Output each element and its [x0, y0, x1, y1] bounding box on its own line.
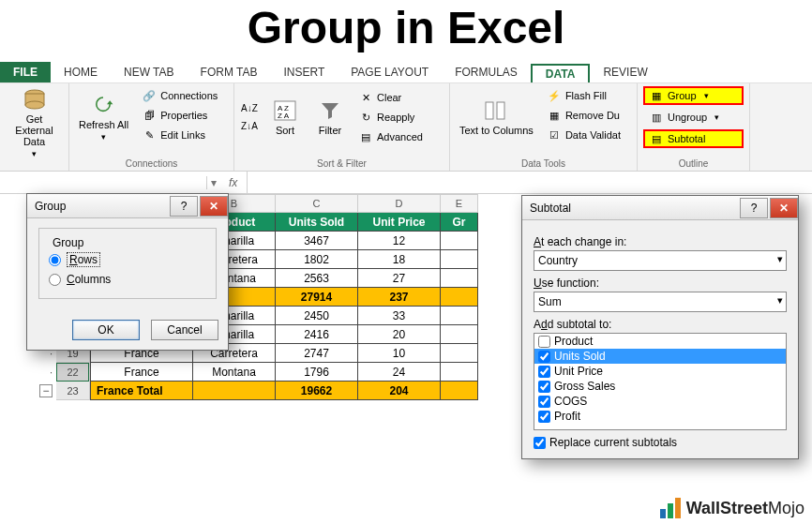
tab-data[interactable]: DATA: [531, 64, 591, 82]
checklist-item[interactable]: COGS: [534, 394, 786, 409]
cell[interactable]: 1802: [276, 250, 358, 269]
text-to-columns-icon: [481, 98, 511, 123]
cell[interactable]: 27: [358, 269, 441, 288]
group-button[interactable]: ▦Group▾: [643, 86, 744, 105]
filter-button[interactable]: Filter: [311, 98, 349, 136]
checkbox[interactable]: [538, 351, 550, 363]
cell[interactable]: [441, 344, 478, 363]
cell[interactable]: 2563: [276, 269, 358, 288]
fx-label[interactable]: fx: [219, 172, 248, 193]
tab-home[interactable]: HOME: [51, 62, 111, 82]
tab-formtab[interactable]: Form Tab: [188, 62, 271, 82]
checklist-item[interactable]: Profit: [534, 409, 786, 424]
cell[interactable]: 27914: [276, 288, 358, 307]
checkbox[interactable]: [538, 336, 550, 348]
checklist-item[interactable]: Unit Price: [534, 364, 786, 379]
cell[interactable]: [441, 232, 478, 250]
cancel-button[interactable]: Cancel: [151, 320, 218, 340]
ungroup-button[interactable]: ▥Ungroup▾: [643, 108, 744, 127]
connections-button[interactable]: 🔗Connections: [140, 87, 219, 104]
checklist-item[interactable]: Units Sold: [534, 349, 786, 364]
columns-radio[interactable]: Columns: [49, 270, 206, 289]
cell[interactable]: France: [90, 363, 193, 382]
ok-button[interactable]: OK: [72, 320, 140, 340]
add-subtotal-label: Add subtotal to:: [534, 318, 787, 331]
cell[interactable]: 12: [358, 232, 441, 250]
radio-input[interactable]: [49, 274, 61, 286]
tab-pagelayout[interactable]: PAGE LAYOUT: [338, 62, 442, 82]
checkbox[interactable]: [538, 366, 550, 378]
tab-insert[interactable]: INSERT: [270, 62, 338, 82]
cell[interactable]: 18: [358, 250, 441, 269]
cell[interactable]: [441, 307, 478, 325]
sort-button[interactable]: A ZZ A Sort: [266, 98, 304, 136]
close-button[interactable]: ✕: [770, 198, 798, 218]
cell[interactable]: 2747: [276, 344, 358, 363]
cell[interactable]: 20: [358, 325, 441, 344]
cell[interactable]: 10: [358, 344, 441, 363]
replace-checkbox[interactable]: [534, 437, 546, 449]
close-button[interactable]: ✕: [200, 196, 228, 217]
cell[interactable]: [441, 288, 478, 307]
cell[interactable]: [441, 363, 478, 382]
reapply-button[interactable]: ↻Reapply: [356, 109, 425, 126]
refresh-all-button[interactable]: Refresh All ▾: [75, 87, 132, 147]
add-subtotal-list[interactable]: ProductUnits SoldUnit PriceGross SalesCO…: [534, 333, 787, 430]
data-validation-button[interactable]: ☑Data Validat: [545, 127, 623, 143]
radio-input[interactable]: [49, 254, 61, 266]
cell[interactable]: 204: [358, 382, 441, 400]
cell[interactable]: 237: [358, 288, 441, 307]
checkbox[interactable]: [538, 381, 550, 393]
cell[interactable]: [441, 250, 478, 269]
checklist-item[interactable]: Product: [534, 334, 786, 349]
svg-text:Z A: Z A: [278, 112, 290, 120]
sort-az-button[interactable]: A↓Z: [240, 100, 259, 117]
help-button[interactable]: ?: [170, 196, 198, 217]
svg-rect-7: [497, 102, 504, 119]
cell[interactable]: Montana: [193, 363, 276, 382]
flash-fill-button[interactable]: ⚡Flash Fill: [545, 87, 623, 104]
remove-duplicates-button[interactable]: ▦Remove Du: [545, 107, 623, 124]
column-header[interactable]: C: [276, 194, 358, 213]
cell[interactable]: [441, 269, 478, 288]
edit-links-button[interactable]: ✎Edit Links: [140, 127, 219, 143]
column-header[interactable]: E: [441, 194, 478, 213]
advanced-button[interactable]: ▤Advanced: [356, 128, 425, 145]
rows-radio[interactable]: Rows: [49, 249, 206, 270]
cell[interactable]: [441, 382, 478, 400]
get-external-data-button[interactable]: Get External Data ▾: [6, 87, 63, 158]
cell[interactable]: 1796: [276, 363, 358, 382]
at-each-select[interactable]: [534, 250, 787, 271]
replace-checkbox-row[interactable]: Replace current subtotals: [534, 436, 787, 449]
cell[interactable]: 3467: [276, 232, 358, 250]
checkbox[interactable]: [538, 396, 550, 408]
tab-newtab[interactable]: New Tab: [111, 62, 188, 82]
tab-review[interactable]: REVIEW: [590, 62, 660, 82]
cell[interactable]: [193, 382, 276, 400]
cell[interactable]: 2450: [276, 307, 358, 325]
use-function-select[interactable]: [534, 292, 787, 312]
text-to-columns-button[interactable]: Text to Columns: [456, 87, 537, 147]
cell[interactable]: France Total: [90, 382, 193, 400]
properties-button[interactable]: 🗐Properties: [140, 107, 219, 124]
collapse-button[interactable]: −: [39, 384, 53, 397]
cell[interactable]: 33: [358, 307, 441, 325]
row-header[interactable]: 23: [56, 382, 89, 400]
row-header[interactable]: 22: [56, 363, 89, 382]
group-label: Sort & Filter: [240, 157, 444, 169]
sort-za-button[interactable]: Z↓A: [240, 118, 259, 135]
cell[interactable]: 19662: [276, 382, 358, 400]
subtotal-button[interactable]: ▤Subtotal: [643, 129, 744, 148]
cell[interactable]: [441, 325, 478, 344]
checklist-item[interactable]: Gross Sales: [534, 379, 786, 394]
checkbox[interactable]: [538, 411, 550, 423]
cell[interactable]: 2416: [276, 325, 358, 344]
help-button[interactable]: ?: [740, 198, 768, 218]
cell[interactable]: 24: [358, 363, 441, 382]
column-header[interactable]: D: [358, 194, 441, 213]
tab-file[interactable]: FILE: [0, 62, 51, 82]
namebox-dropdown[interactable]: ▾: [206, 176, 219, 189]
clear-button[interactable]: ✕Clear: [356, 89, 425, 106]
formula-input[interactable]: [248, 172, 812, 193]
tab-formulas[interactable]: FORMULAS: [442, 62, 531, 82]
